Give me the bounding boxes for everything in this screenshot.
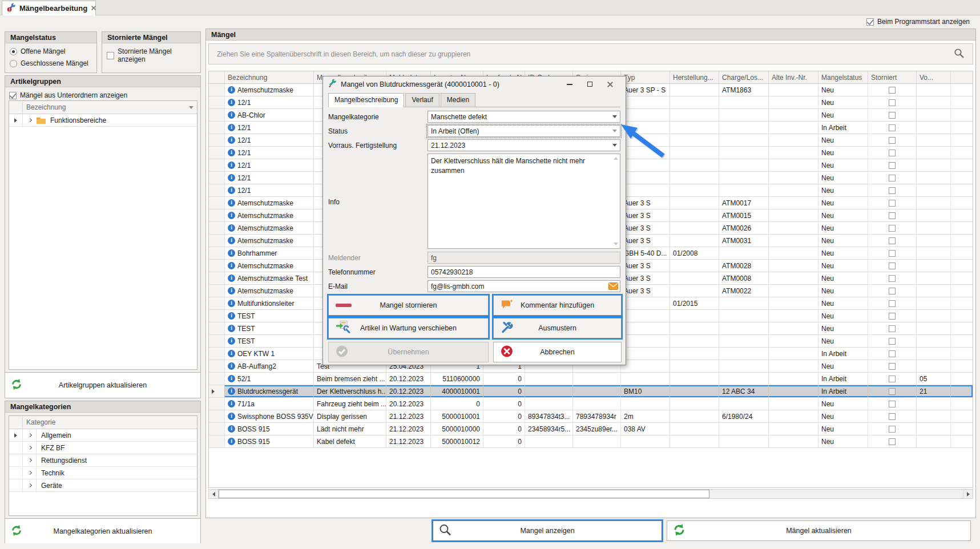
kommentar-hinzufuegen-button[interactable]: Kommentar hinzufügen: [493, 295, 622, 316]
info-textarea[interactable]: Der Klettverschluss hält die Manschette …: [428, 154, 620, 249]
checkbox-icon[interactable]: [889, 250, 896, 257]
mangelkategorie-combo[interactable]: Manschette defekt: [428, 111, 620, 123]
info-icon[interactable]: i: [228, 99, 235, 106]
mangel-anzeigen-button[interactable]: Mangel anzeigen: [433, 520, 662, 541]
cell-storniert-checkbox[interactable]: [868, 423, 917, 435]
scrollbar-thumb[interactable]: [219, 490, 709, 498]
checkbox-icon[interactable]: [889, 87, 896, 94]
checkbox-icon[interactable]: [889, 187, 896, 194]
dialog-titlebar[interactable]: Mangel von Blutdruckmessgerät (400001000…: [323, 76, 626, 92]
tree-header[interactable]: Bezeichnung: [9, 101, 197, 114]
checkbox-icon[interactable]: [889, 376, 896, 382]
cell-storniert-checkbox[interactable]: [868, 285, 917, 297]
cell-storniert-checkbox[interactable]: [868, 335, 917, 347]
expander-icon[interactable]: [28, 446, 32, 450]
scroll-up-icon[interactable]: [614, 157, 618, 160]
cell-storniert-checkbox[interactable]: [868, 96, 917, 108]
expander-icon[interactable]: [28, 483, 32, 487]
kategorie-item-kfz-bf[interactable]: KFZ BF: [9, 442, 197, 454]
status-combo[interactable]: In Arbeit (Offen): [428, 125, 620, 137]
table-row[interactable]: iBlutdruckmessgerätDer Klettverschluss h…: [209, 385, 973, 398]
chevron-down-icon[interactable]: [610, 139, 619, 151]
info-icon[interactable]: i: [228, 375, 235, 382]
cell-storniert-checkbox[interactable]: [868, 360, 917, 372]
cell-storniert-checkbox[interactable]: [868, 172, 917, 184]
info-icon[interactable]: i: [228, 187, 235, 194]
abbrechen-button[interactable]: Abbrechen: [493, 342, 622, 362]
expander-icon[interactable]: [28, 118, 32, 122]
info-icon[interactable]: i: [228, 199, 235, 207]
checkbox-icon[interactable]: [889, 363, 896, 370]
mangel-stornieren-button[interactable]: Mangel stornieren: [328, 295, 489, 316]
info-icon[interactable]: i: [228, 212, 235, 219]
info-icon[interactable]: i: [228, 174, 235, 181]
chevron-down-icon[interactable]: [610, 111, 619, 123]
cell-storniert-checkbox[interactable]: [868, 247, 917, 259]
mangelkategorien-aktualisieren-button[interactable]: Mangelkategorien aktualisieren: [5, 518, 200, 543]
tab-verlauf[interactable]: Verlauf: [405, 93, 439, 107]
artikelgruppen-aktualisieren-button[interactable]: Artikelgruppen aktualisieren: [5, 372, 200, 398]
unterordner-checkbox[interactable]: Mängel aus Unterordnern anzeigen: [9, 91, 127, 99]
column-header-charge[interactable]: Charge/Los...: [719, 71, 769, 83]
checkbox-icon[interactable]: [889, 338, 896, 345]
info-icon[interactable]: i: [228, 362, 235, 370]
info-icon[interactable]: i: [228, 86, 235, 94]
cell-storniert-checkbox[interactable]: [868, 222, 917, 234]
scroll-left-icon[interactable]: [209, 490, 219, 498]
table-row[interactable]: iBOSS 915Lädt nicht mehr21.12.2023500001…: [209, 423, 973, 435]
info-icon[interactable]: i: [228, 400, 235, 407]
info-icon[interactable]: i: [228, 249, 235, 257]
info-icon[interactable]: i: [228, 337, 235, 345]
checkbox-icon[interactable]: [889, 413, 896, 420]
fertigstellung-combo[interactable]: 21.12.2023: [428, 139, 620, 151]
cell-storniert-checkbox[interactable]: [868, 373, 917, 385]
info-icon[interactable]: i: [228, 237, 235, 244]
checkbox-icon[interactable]: [889, 350, 896, 357]
info-icon[interactable]: i: [228, 300, 235, 307]
cell-storniert-checkbox[interactable]: [868, 109, 917, 121]
column-header-typ[interactable]: Typ: [621, 71, 670, 83]
kategorie-item-technik[interactable]: Technik: [9, 467, 197, 479]
cell-storniert-checkbox[interactable]: [868, 159, 917, 171]
checkbox-icon[interactable]: [889, 426, 896, 433]
expander-icon[interactable]: [28, 458, 32, 462]
tab-mangelbeschreibung[interactable]: Mangelbeschreibung: [328, 93, 404, 107]
table-row[interactable]: i52/1Beim bremsen zieht ...20.12.2023511…: [209, 373, 973, 385]
cell-storniert-checkbox[interactable]: [868, 398, 917, 410]
checkbox-icon[interactable]: [889, 388, 896, 395]
cell-storniert-checkbox[interactable]: [868, 410, 917, 422]
checkbox-icon[interactable]: [889, 137, 896, 144]
group-by-bar[interactable]: Ziehen Sie eine Spaltenüberschrift in di…: [208, 43, 973, 64]
checkbox-icon[interactable]: [889, 275, 896, 282]
info-icon[interactable]: i: [228, 111, 235, 119]
column-header-bez[interactable]: Bezeichnung: [225, 71, 314, 83]
checkbox-icon[interactable]: [889, 300, 896, 307]
cell-storniert-checkbox[interactable]: [868, 197, 917, 209]
table-row[interactable]: i71/1aFahrzeug zieht beim ...20.12.20230…: [209, 398, 973, 410]
scroll-down-icon[interactable]: [614, 243, 618, 245]
info-icon[interactable]: i: [228, 287, 235, 294]
column-header-herst[interactable]: Herstellung...: [670, 71, 719, 83]
info-icon[interactable]: i: [228, 438, 235, 445]
column-header-alteinv[interactable]: Alte Inv.-Nr.: [769, 71, 818, 83]
info-icon[interactable]: i: [228, 136, 235, 144]
cell-storniert-checkbox[interactable]: [868, 260, 917, 272]
kategorie-item-allgemein[interactable]: Allgemein: [9, 429, 197, 442]
tree-item-funktionsbereiche[interactable]: Funktionsbereiche: [9, 114, 197, 127]
cell-storniert-checkbox[interactable]: [868, 209, 917, 221]
checkbox-icon[interactable]: [889, 237, 896, 244]
envelope-icon[interactable]: [608, 282, 618, 292]
stornierte-anzeigen-checkbox[interactable]: Stornierte Mängel anzeigen: [107, 47, 196, 63]
checkbox-icon[interactable]: [889, 99, 896, 106]
checkbox-icon[interactable]: [889, 325, 896, 332]
info-icon[interactable]: i: [228, 224, 235, 232]
info-icon[interactable]: i: [228, 312, 235, 320]
checkbox-icon[interactable]: [889, 200, 896, 207]
cell-storniert-checkbox[interactable]: [868, 122, 917, 134]
cell-storniert-checkbox[interactable]: [868, 134, 917, 146]
cell-storniert-checkbox[interactable]: [868, 297, 917, 309]
tab-medien[interactable]: Medien: [441, 93, 475, 107]
table-row[interactable]: iSwissphone BOSS 935VDisplay gerissen21.…: [209, 410, 973, 423]
expander-icon[interactable]: [28, 433, 32, 437]
cell-storniert-checkbox[interactable]: [868, 84, 917, 96]
